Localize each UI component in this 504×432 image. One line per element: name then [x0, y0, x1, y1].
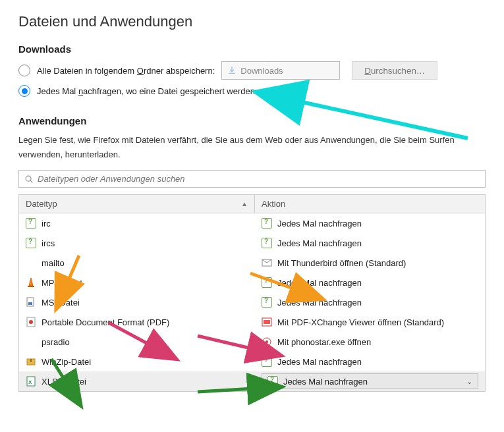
- ask-icon: [262, 297, 272, 308]
- filetype-label: mailto: [42, 258, 65, 268]
- svg-rect-13: [30, 359, 32, 362]
- action-cell[interactable]: Jedes Mal nachfragen: [255, 277, 485, 288]
- table-row[interactable]: MSI-DateiJedes Mal nachfragen: [19, 292, 485, 312]
- filetype-table: Dateityp ▲ Aktion ircJedes Mal nachfrage…: [18, 194, 486, 392]
- svg-text:X: X: [28, 379, 32, 385]
- action-label: Mit Thunderbird öffnen (Standard): [277, 258, 406, 268]
- action-cell[interactable]: Jedes Mal nachfragen⌄: [255, 373, 485, 389]
- radio-save-folder[interactable]: [18, 65, 30, 76]
- radio-save-folder-label[interactable]: Alle Dateien in folgendem Ordner abspeic…: [37, 66, 215, 76]
- action-cell[interactable]: Mit Thunderbird öffnen (Standard): [255, 257, 485, 268]
- svg-rect-5: [27, 298, 34, 306]
- table-row[interactable]: XXLSX-DateiJedes Mal nachfragen⌄: [19, 371, 485, 391]
- table-row[interactable]: psradioMit phonostar.exe öffnen: [19, 332, 485, 352]
- svg-rect-4: [28, 286, 34, 287]
- blank-icon: [26, 337, 36, 347]
- download-path-value: Downloads: [240, 66, 283, 76]
- action-label: Jedes Mal nachfragen: [277, 219, 362, 229]
- msi-file-icon: [26, 297, 36, 308]
- filetype-cell: MSI-Datei: [19, 297, 255, 308]
- filetype-cell: XXLSX-Datei: [19, 376, 255, 387]
- action-cell[interactable]: Mit PDF-XChange Viewer öffnen (Standard): [255, 317, 485, 327]
- action-cell[interactable]: Jedes Mal nachfragen: [255, 218, 485, 229]
- browse-button[interactable]: Durchsuchen…: [352, 61, 437, 80]
- ask-icon: [26, 238, 36, 248]
- downloads-heading: Downloads: [18, 43, 486, 55]
- filetype-label: psradio: [42, 337, 70, 347]
- chevron-down-icon: ⌄: [466, 377, 472, 386]
- filetype-cell: WinZip-Datei: [19, 356, 255, 367]
- winzip-icon: [26, 356, 36, 367]
- applications-section: Anwendungen Legen Sie fest, wie Firefox …: [18, 115, 486, 392]
- svg-point-8: [29, 320, 33, 324]
- sort-arrow-icon: ▲: [241, 200, 248, 207]
- ask-icon: [262, 218, 272, 229]
- action-cell[interactable]: Jedes Mal nachfragen: [255, 238, 485, 248]
- ask-icon: [262, 356, 272, 367]
- filetype-cell: MP4-Datei: [19, 277, 255, 288]
- filetype-cell: ircs: [19, 238, 255, 248]
- ask-icon: [26, 218, 36, 229]
- filetype-search-input[interactable]: [38, 174, 480, 184]
- page-title: Dateien und Anwendungen: [18, 13, 486, 30]
- filetype-cell: psradio: [19, 337, 255, 347]
- column-header-filetype[interactable]: Dateityp ▲: [19, 195, 255, 213]
- table-row[interactable]: WinZip-DateiJedes Mal nachfragen: [19, 352, 485, 371]
- action-label: Jedes Mal nachfragen: [277, 278, 362, 288]
- downloads-section: Downloads Alle Dateien in folgendem Ordn…: [18, 43, 486, 97]
- vlc-icon: [26, 277, 36, 288]
- table-row[interactable]: ircJedes Mal nachfragen: [19, 213, 485, 233]
- radio-always-ask[interactable]: [18, 85, 30, 97]
- filetype-label: ircs: [42, 238, 55, 248]
- action-cell[interactable]: Mit phonostar.exe öffnen: [255, 337, 485, 347]
- search-icon: [24, 175, 34, 184]
- action-label: Jedes Mal nachfragen: [277, 357, 362, 367]
- filetype-label: irc: [42, 219, 51, 229]
- phonostar-icon: [262, 337, 272, 347]
- filetype-search[interactable]: [18, 170, 486, 188]
- filetype-label: Portable Document Format (PDF): [42, 317, 169, 327]
- filetype-cell: Portable Document Format (PDF): [19, 317, 255, 327]
- svg-rect-6: [28, 302, 32, 305]
- action-select[interactable]: Jedes Mal nachfragen⌄: [262, 373, 478, 389]
- table-row[interactable]: MP4-DateiJedes Mal nachfragen: [19, 273, 485, 292]
- svg-line-1: [30, 180, 32, 182]
- radio-always-ask-label[interactable]: Jedes Mal nachfragen, wo eine Datei gesp…: [37, 86, 270, 96]
- svg-point-11: [266, 340, 268, 343]
- filetype-label: MP4-Datei: [42, 278, 82, 288]
- thunderbird-icon: [262, 257, 272, 268]
- table-header: Dateityp ▲ Aktion: [19, 195, 485, 213]
- filetype-label: XLSX-Datei: [42, 377, 86, 387]
- column-header-action[interactable]: Aktion: [255, 195, 485, 213]
- action-cell[interactable]: Jedes Mal nachfragen: [255, 297, 485, 308]
- action-label: Jedes Mal nachfragen: [283, 377, 466, 387]
- action-label: Mit phonostar.exe öffnen: [277, 337, 371, 347]
- xlsx-file-icon: X: [26, 376, 36, 387]
- filetype-label: MSI-Datei: [42, 298, 80, 308]
- download-path-input[interactable]: Downloads: [221, 61, 340, 80]
- table-row[interactable]: mailtoMit Thunderbird öffnen (Standard): [19, 253, 485, 273]
- applications-heading: Anwendungen: [18, 115, 486, 126]
- pdf-file-icon: [26, 317, 36, 327]
- ask-icon: [267, 376, 278, 387]
- filetype-cell: irc: [19, 218, 255, 229]
- download-arrow-icon: [227, 66, 237, 75]
- pdfxchange-icon: [262, 317, 272, 327]
- table-row[interactable]: ircsJedes Mal nachfragen: [19, 233, 485, 253]
- action-label: Jedes Mal nachfragen: [277, 298, 362, 308]
- action-cell[interactable]: Jedes Mal nachfragen: [255, 356, 485, 367]
- blank-icon: [26, 257, 36, 268]
- filetype-cell: mailto: [19, 257, 255, 268]
- filetype-label: WinZip-Datei: [42, 357, 91, 367]
- ask-icon: [262, 277, 272, 288]
- svg-marker-3: [29, 278, 33, 286]
- applications-description: Legen Sie fest, wie Firefox mit Dateien …: [18, 133, 486, 162]
- svg-point-0: [26, 176, 31, 181]
- ask-icon: [262, 238, 272, 248]
- table-row[interactable]: Portable Document Format (PDF)Mit PDF-XC…: [19, 312, 485, 332]
- action-label: Jedes Mal nachfragen: [277, 238, 362, 248]
- action-label: Mit PDF-XChange Viewer öffnen (Standard): [277, 317, 444, 327]
